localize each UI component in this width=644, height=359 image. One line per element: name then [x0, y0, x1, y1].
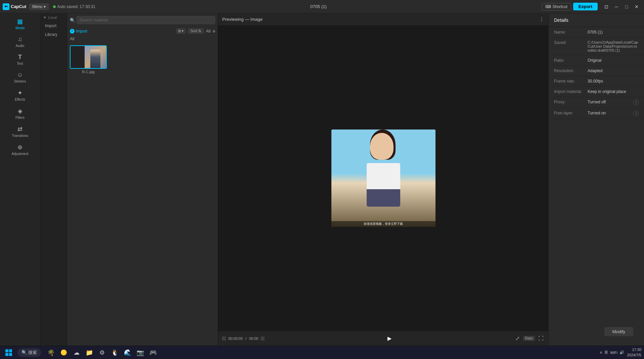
windows-logo-icon	[5, 349, 12, 356]
system-clock[interactable]: 17:30 2024/7/5	[627, 347, 641, 358]
taskbar-emoji-app[interactable]: 🌴	[45, 347, 57, 359]
transitions-label: Transitions	[12, 134, 28, 138]
nav-item-import[interactable]: Import	[40, 21, 67, 30]
resolution-value: Adapted	[588, 68, 639, 73]
clock-date: 2024/7/5	[627, 353, 641, 358]
toolbar-item-audio[interactable]: ♫ Audio	[1, 33, 39, 50]
svg-rect-0	[5, 349, 8, 352]
import-button[interactable]: + Import	[70, 29, 87, 34]
lang-indicator: 英	[604, 350, 608, 355]
sort-button[interactable]: Sort ⇅	[188, 28, 204, 34]
filter-button[interactable]: ≡	[213, 29, 215, 34]
export-button[interactable]: Export	[573, 3, 598, 10]
proxy-value: Turned off	[588, 100, 632, 104]
details-row-name: Name: 0705 (1)	[549, 27, 644, 38]
text-icon: T	[18, 54, 22, 61]
details-row-proxy: Proxy: Turned off ℹ	[549, 97, 644, 108]
taskbar-folder-app[interactable]: 📁	[83, 347, 95, 359]
project-name: 0705 (1)	[98, 4, 539, 9]
details-row-freelayer: Free layer: Turned on ℹ	[549, 108, 644, 119]
wifi-icon: WiFi	[610, 351, 617, 355]
adjustment-label: Adjustment	[11, 152, 28, 156]
taskbar-edge-app[interactable]: 🌊	[122, 347, 134, 359]
framerate-value: 30.00fps	[588, 79, 639, 84]
thumb-figure	[90, 50, 100, 68]
media-grid: R-C.jpg	[67, 43, 218, 346]
taskbar-camera-app[interactable]: 📷	[134, 347, 146, 359]
media-item-name: R-C.jpg	[70, 70, 107, 74]
saved-value: C:/Users/1/AppData/Local/CapCut/User Dat…	[588, 40, 639, 52]
details-title: Details	[549, 13, 644, 27]
window-maximize-button[interactable]: □	[622, 2, 631, 11]
search-input[interactable]	[77, 16, 215, 24]
tl4	[261, 337, 262, 341]
list-item[interactable]: R-C.jpg	[70, 45, 107, 74]
toolbar-item-filters[interactable]: ◈ Filters	[1, 105, 39, 122]
shortcut-button[interactable]: ⌨ Shortcut	[542, 3, 571, 10]
figure-head	[370, 133, 394, 160]
import-material-label: Import material:	[554, 89, 588, 94]
figure-body	[367, 163, 400, 207]
text-label: Text	[17, 62, 23, 65]
import-material-value: Keep in original place	[588, 89, 639, 94]
audio-label: Audio	[16, 44, 25, 48]
chevron-up-icon[interactable]: ∧	[600, 350, 602, 355]
window-minimize-button[interactable]: ─	[612, 2, 621, 11]
expand-button[interactable]: ⛶	[538, 335, 544, 342]
time-separator: /	[245, 337, 246, 341]
ratio-value: Original	[588, 58, 639, 63]
app-name: CapCut	[11, 4, 26, 9]
auto-save-status: Auto saved: 17:30:31	[53, 4, 95, 9]
toolbar-item-effects[interactable]: ✦ Effects	[1, 87, 39, 104]
svg-rect-3	[9, 353, 12, 356]
audio-icon: ♫	[18, 36, 22, 43]
svg-rect-1	[9, 349, 12, 352]
ratio-badge[interactable]: Ratio	[523, 336, 535, 341]
details-footer: Modify	[549, 323, 644, 346]
toolbar-item-text[interactable]: T Text	[1, 51, 39, 68]
preview-title: Previewing — Image	[222, 17, 263, 22]
taskbar-right: ∧ 英 WiFi 🔊 17:30 2024/7/5	[600, 347, 641, 358]
proxy-toggle[interactable]: ℹ	[633, 100, 639, 105]
toolbar-item-media[interactable]: ▦ Media	[1, 15, 39, 33]
name-label: Name:	[554, 30, 588, 35]
window-controls: ⊡ ─ □ ✕	[602, 2, 641, 11]
preview-area: Previewing — Image ⋮ 发现优质视频，登录立即下载	[218, 13, 548, 346]
fullscreen-button[interactable]: ⤢	[515, 335, 520, 342]
thumb-inner	[71, 46, 106, 68]
filters-label: Filters	[15, 116, 25, 119]
window-layout-button[interactable]: ⊡	[602, 2, 611, 11]
preview-canvas: 发现优质视频，登录立即下载	[218, 25, 548, 331]
filter-icon: ≡	[213, 29, 215, 34]
play-button[interactable]: ▶	[385, 334, 394, 343]
search-magnifier-icon: 🔍	[21, 350, 27, 355]
taskbar-cloud-app[interactable]: ☁	[71, 347, 83, 359]
toolbar-item-adjustment[interactable]: ⊕ Adjustment	[1, 141, 39, 158]
menu-button[interactable]: Menu ▾	[29, 3, 49, 10]
resolution-label: Resolution:	[554, 68, 588, 73]
media-icon: ▦	[17, 18, 23, 25]
start-button[interactable]	[3, 347, 15, 359]
modify-button[interactable]: Modify	[604, 327, 633, 336]
taskbar-penguin-app[interactable]: 🐧	[109, 347, 121, 359]
local-section-header[interactable]: ▼ Local	[40, 13, 67, 21]
freelayer-toggle[interactable]: ℹ	[633, 111, 639, 116]
framerate-label: Frame rate:	[554, 79, 588, 84]
preview-menu-button[interactable]: ⋮	[539, 16, 544, 22]
toolbar-item-stickers[interactable]: ☺ Stickers	[1, 69, 39, 86]
view-toggle[interactable]: ⊞ ▾	[176, 28, 186, 34]
save-indicator	[53, 5, 56, 8]
taskbar-yellow-app[interactable]: 🟡	[58, 347, 70, 359]
head-area	[370, 133, 397, 166]
taskbar-game-app[interactable]: 🎮	[147, 347, 159, 359]
window-close-button[interactable]: ✕	[632, 2, 641, 11]
toolbar-item-transitions[interactable]: ⇄ Transitions	[1, 123, 39, 140]
taskbar-settings-app[interactable]: ⚙	[96, 347, 108, 359]
taskbar-search[interactable]: 🔍 搜索	[17, 348, 41, 357]
titlebar-actions: ⌨ Shortcut Export ⊡ ─ □ ✕	[542, 2, 641, 11]
preview-image: 发现优质视频，登录立即下载	[331, 130, 435, 227]
tl5	[262, 337, 263, 341]
logo-icon: ✄	[3, 3, 9, 10]
all-filter-label: All	[206, 29, 210, 34]
nav-item-library[interactable]: Library	[40, 30, 67, 39]
